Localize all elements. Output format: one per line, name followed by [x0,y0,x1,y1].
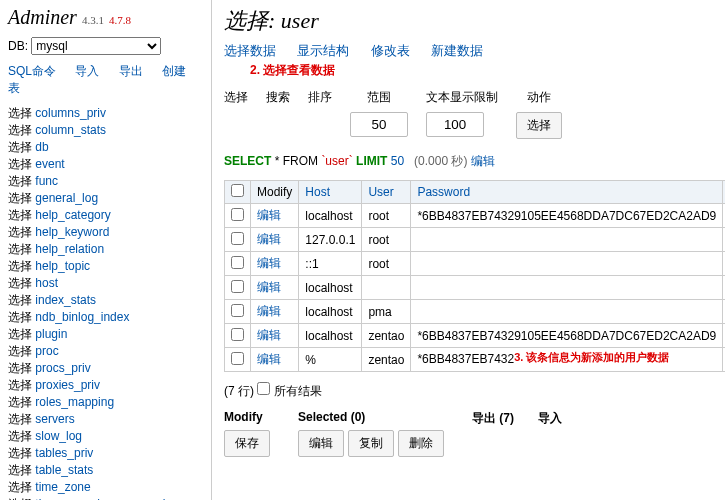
table-link-help_relation[interactable]: 选择 help_relation [8,241,203,258]
logo-version-new: 4.7.8 [109,14,131,26]
cell-password [411,228,723,252]
edit-row-link[interactable]: 编辑 [257,304,281,318]
row-checkbox[interactable] [231,304,244,317]
cell-user: root [362,228,411,252]
edit-row-link[interactable]: 编辑 [257,328,281,342]
cell-password [411,300,723,324]
annotation-3: 3. 该条信息为新添加的用户数据 [514,351,669,363]
query-edit-link[interactable]: 编辑 [471,154,495,168]
all-results-checkbox[interactable] [257,382,270,395]
export-box-title: 导出 (7) [472,410,514,427]
table-link-event[interactable]: 选择 event [8,156,203,173]
action-boxes: Modify保存 Selected (0)编辑复制删除 导出 (7) 导入 [224,410,713,457]
table-row: 编辑localhostpmaN [225,300,726,324]
table-row: 编辑%zentao*6BB4837EB74323. 该条信息为新添加的用户数据Y [225,348,726,372]
row-checkbox[interactable] [231,328,244,341]
delete-selected-button[interactable]: 删除 [398,430,444,457]
edit-row-link[interactable]: 编辑 [257,256,281,270]
table-link-tables_priv[interactable]: 选择 tables_priv [8,445,203,462]
cell-password [411,276,723,300]
cell-user: zentao [362,348,411,372]
footer-row: (7 行) 所有结果 [224,382,713,400]
table-link-table_stats[interactable]: 选择 table_stats [8,462,203,479]
field-textlimit-label: 文本显示限制 [426,89,498,106]
table-link-db[interactable]: 选择 db [8,139,203,156]
table-link-column_stats[interactable]: 选择 column_stats [8,122,203,139]
db-label: DB: [8,39,28,53]
table-link-servers[interactable]: 选择 servers [8,411,203,428]
table-link-proxies_priv[interactable]: 选择 proxies_priv [8,377,203,394]
import-box-title: 导入 [538,410,562,427]
cell-user: pma [362,300,411,324]
logo-version-old: 4.3.1 [82,14,104,26]
table-link-general_log[interactable]: 选择 general_log [8,190,203,207]
edit-row-link[interactable]: 编辑 [257,280,281,294]
row-checkbox[interactable] [231,352,244,365]
sql-command-link[interactable]: SQL命令 [8,64,56,78]
row-checkbox[interactable] [231,256,244,269]
range-input[interactable] [350,112,408,137]
table-link-slow_log[interactable]: 选择 slow_log [8,428,203,445]
row-checkbox[interactable] [231,280,244,293]
tabs: 选择数据 显示结构 修改表 新建数据 [224,42,713,60]
import-link[interactable]: 导入 [75,64,99,78]
field-select-label: 选择 [224,89,248,106]
tab-new-item[interactable]: 新建数据 [431,43,483,58]
table-link-func[interactable]: 选择 func [8,173,203,190]
tab-alter[interactable]: 修改表 [371,43,410,58]
tab-structure[interactable]: 显示结构 [297,43,349,58]
table-link-time_zone[interactable]: 选择 time_zone [8,479,203,496]
cell-password: *6BB4837EB74323. 该条信息为新添加的用户数据 [411,348,723,372]
table-link-index_stats[interactable]: 选择 index_stats [8,292,203,309]
query-display: SELECT * FROM `user` LIMIT 50 (0.000 秒) … [224,153,713,170]
data-table: Modify Host User Password Select_p 编辑loc… [224,180,725,372]
edit-selected-button[interactable]: 编辑 [298,430,344,457]
textlimit-input[interactable] [426,112,484,137]
cell-password: *6BB4837EB74329105EE4568DDA7DC67ED2CA2AD… [411,204,723,228]
query-fields: 选择 搜索 排序 范围 文本显示限制 动作选择 [224,89,713,139]
cell-password: *6BB4837EB74329105EE4568DDA7DC67ED2CA2AD… [411,324,723,348]
table-header-row: Modify Host User Password Select_p [225,181,726,204]
table-link-help_keyword[interactable]: 选择 help_keyword [8,224,203,241]
table-link-proc[interactable]: 选择 proc [8,343,203,360]
table-link-plugin[interactable]: 选择 plugin [8,326,203,343]
edit-row-link[interactable]: 编辑 [257,232,281,246]
row-checkbox[interactable] [231,208,244,221]
col-host[interactable]: Host [305,185,330,199]
table-link-time_zone_leap_second[interactable]: 选择 time_zone_leap_second [8,496,203,500]
table-link-ndb_binlog_index[interactable]: 选择 ndb_binlog_index [8,309,203,326]
table-link-host[interactable]: 选择 host [8,275,203,292]
edit-row-link[interactable]: 编辑 [257,208,281,222]
table-link-procs_priv[interactable]: 选择 procs_priv [8,360,203,377]
modify-box-title: Modify [224,410,274,424]
cell-host: ::1 [299,252,362,276]
field-action-label: 动作 [516,89,562,106]
cell-host: % [299,348,362,372]
table-link-help_topic[interactable]: 选择 help_topic [8,258,203,275]
save-button[interactable]: 保存 [224,430,270,457]
table-link-roles_mapping[interactable]: 选择 roles_mapping [8,394,203,411]
db-select[interactable]: mysql [31,37,161,55]
col-password[interactable]: Password [417,185,470,199]
tab-select-data[interactable]: 选择数据 [224,43,276,58]
table-link-columns_priv[interactable]: 选择 columns_priv [8,105,203,122]
table-link-help_category[interactable]: 选择 help_category [8,207,203,224]
page-title: 选择: user [224,6,713,36]
export-link[interactable]: 导出 [119,64,143,78]
sidebar: Adminer 4.3.1 4.7.8 DB: mysql SQL命令 导入 导… [0,0,212,500]
selected-box-title: Selected (0) [298,410,448,424]
edit-row-link[interactable]: 编辑 [257,352,281,366]
main-content: 选择: user 选择数据 显示结构 修改表 新建数据 2. 选择查看数据 选择… [212,0,725,500]
copy-selected-button[interactable]: 复制 [348,430,394,457]
action-button[interactable]: 选择 [516,112,562,139]
cell-host: localhost [299,324,362,348]
row-checkbox[interactable] [231,232,244,245]
table-list: 选择 columns_priv选择 column_stats选择 db选择 ev… [8,105,203,500]
col-user[interactable]: User [368,185,393,199]
cell-user [362,276,411,300]
cell-host: localhost [299,276,362,300]
field-sort-label: 排序 [308,89,332,106]
cell-user: root [362,204,411,228]
cell-host: localhost [299,204,362,228]
select-all-checkbox[interactable] [231,184,244,197]
